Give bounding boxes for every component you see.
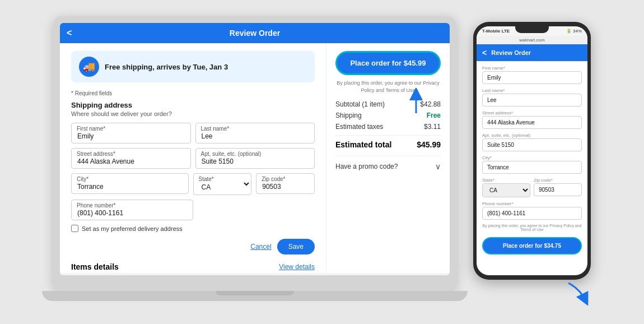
preferred-address-label: Set as my preferred delivery address: [82, 225, 183, 232]
browser-header: < Review Order: [60, 23, 450, 43]
phone-state-select[interactable]: CA: [482, 183, 530, 197]
phone-device: T-Mobile LTE 5:06 PM 🔋 34% walmart.com <…: [473, 11, 591, 313]
phone-zip-label: Zip code*: [534, 178, 582, 183]
city-state-zip-row: City* State* CA Zip code*: [71, 173, 315, 195]
phone-browser-header: < Review Order: [477, 44, 587, 61]
phone-state-label: State*: [482, 178, 530, 183]
cancel-button[interactable]: Cancel: [250, 239, 271, 254]
state-select[interactable]: CA: [193, 173, 252, 195]
arrow-annotation: [405, 88, 427, 118]
right-panel: Place order for $45.99 By placing this o…: [326, 43, 450, 273]
url-text: walmart.com: [519, 38, 544, 43]
phone-battery: 🔋 34%: [566, 29, 582, 34]
phone-state-field: State* CA: [482, 178, 530, 197]
first-name-field: First name*: [71, 123, 191, 144]
action-buttons: Cancel Save: [71, 239, 315, 254]
phone-back-button[interactable]: <: [482, 48, 487, 57]
street-field: Street address*: [71, 148, 191, 169]
taxes-label: Estimated taxes: [335, 123, 383, 131]
phone-city-label: City*: [482, 155, 582, 160]
phone-first-name-input[interactable]: [482, 71, 582, 84]
view-details-link[interactable]: View details: [279, 263, 315, 271]
truck-icon: 🚚: [79, 57, 99, 77]
required-note: * Required fields: [71, 90, 315, 96]
phone-last-name-field: Last name*: [482, 88, 582, 107]
battery-level: 34%: [573, 29, 582, 34]
phone-first-name-field: First name*: [482, 66, 582, 84]
phone-city-input[interactable]: [482, 161, 582, 174]
apt-input[interactable]: [195, 148, 315, 169]
taxes-row: Estimated taxes $3.11: [335, 123, 441, 131]
state-field: State* CA: [193, 173, 252, 195]
battery-icon: 🔋: [566, 29, 572, 34]
shipping-value: Free: [427, 112, 441, 119]
back-button[interactable]: <: [67, 28, 72, 38]
laptop-base: [42, 291, 468, 301]
phone-city-field: City*: [482, 155, 582, 174]
subtotal-label: Subtotal (1 item): [335, 100, 385, 108]
phone-place-order-button[interactable]: Place order for $34.75: [482, 237, 582, 254]
phone-zip-field: Zip code*: [534, 178, 582, 197]
promo-row[interactable]: Have a promo code? ∨: [335, 156, 441, 171]
phone-apt-field: Apt, suite, etc. (optional): [482, 133, 582, 151]
laptop-screen: < Review Order 🚚 Free shipping, arrives …: [60, 23, 450, 275]
city-input[interactable]: [71, 173, 189, 194]
estimated-total-row: Estimated total $45.99: [335, 140, 441, 149]
phone-screen: T-Mobile LTE 5:06 PM 🔋 34% walmart.com <…: [477, 26, 587, 275]
first-name-input[interactable]: [71, 123, 191, 144]
shipping-text: Free shipping, arrives by Tue, Jan 3: [105, 63, 228, 71]
phone-field: Phone number*: [71, 200, 193, 220]
last-name-field: Last name*: [195, 123, 315, 144]
phone-phone-input[interactable]: [482, 207, 582, 220]
laptop-body: < Review Order 🚚 Free shipping, arrives …: [53, 16, 456, 291]
phone-carrier: T-Mobile LTE: [482, 29, 510, 34]
phone-street-label: Street address*: [482, 110, 582, 115]
phone-last-name-label: Last name*: [482, 88, 582, 93]
url-bar: walmart.com: [477, 36, 587, 44]
phone-apt-input[interactable]: [482, 138, 582, 151]
laptop-device: < Review Order 🚚 Free shipping, arrives …: [53, 16, 456, 308]
total-label: Estimated total: [335, 140, 391, 149]
divider: [335, 135, 441, 136]
street-input[interactable]: [71, 148, 191, 169]
items-details-header: Items details View details: [71, 262, 315, 271]
phone-input[interactable]: [71, 200, 193, 220]
zip-field: Zip code*: [256, 173, 315, 195]
phone-phone-field: Phone number*: [482, 201, 582, 220]
phone-state-zip-row: State* CA Zip code*: [482, 178, 582, 201]
phone-body: T-Mobile LTE 5:06 PM 🔋 34% walmart.com <…: [473, 22, 591, 280]
phone-content: First name* Last name* Street address* A…: [477, 61, 587, 275]
phone-page-title: Review Order: [491, 49, 531, 56]
page-title: Review Order: [66, 29, 444, 38]
phone-arrow-annotation: [563, 277, 591, 308]
phone-street-field: Street address*: [482, 110, 582, 129]
preferred-address-row: Set as my preferred delivery address: [71, 225, 315, 232]
total-value: $45.99: [417, 140, 441, 149]
city-field: City*: [71, 173, 189, 195]
main-content: 🚚 Free shipping, arrives by Tue, Jan 3 *…: [60, 43, 450, 273]
section-subtitle: Where should we deliver your order?: [71, 110, 315, 117]
preferred-address-checkbox[interactable]: [71, 225, 78, 232]
phone-zip-input[interactable]: [534, 183, 582, 196]
place-order-button[interactable]: Place order for $45.99: [335, 51, 441, 75]
phone-last-name-input[interactable]: [482, 94, 582, 107]
phone-notch: [515, 26, 549, 33]
left-panel: 🚚 Free shipping, arrives by Tue, Jan 3 *…: [60, 43, 326, 273]
phone-apt-label: Apt, suite, etc. (optional): [482, 133, 582, 138]
phone-phone-label: Phone number*: [482, 201, 582, 206]
phone-legal-text: By placing this order, you agree to our …: [482, 224, 582, 232]
section-title: Shipping address: [71, 101, 315, 109]
shipping-banner: 🚚 Free shipping, arrives by Tue, Jan 3: [71, 51, 315, 82]
phone-street-input[interactable]: [482, 116, 582, 129]
chevron-down-icon: ∨: [435, 162, 441, 171]
save-button[interactable]: Save: [277, 239, 315, 254]
last-name-input[interactable]: [195, 123, 315, 144]
zip-input[interactable]: [256, 173, 315, 194]
apt-field: Apt, suite, etc. (optional): [195, 148, 315, 169]
promo-label: Have a promo code?: [335, 163, 398, 170]
name-row: First name* Last name*: [71, 123, 315, 144]
phone-first-name-label: First name*: [482, 66, 582, 71]
phone-row: Phone number*: [71, 200, 315, 220]
shipping-label: Shipping: [335, 112, 362, 119]
taxes-value: $3.11: [424, 123, 441, 131]
